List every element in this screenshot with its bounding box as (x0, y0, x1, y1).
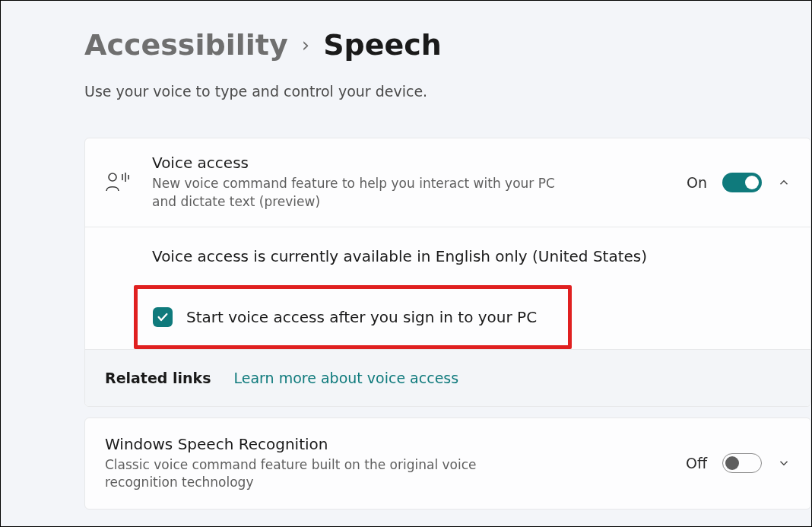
start-after-signin-label: Start voice access after you sign in to … (186, 308, 537, 326)
check-icon (157, 311, 169, 323)
speech-recognition-card[interactable]: Windows Speech Recognition Classic voice… (84, 417, 811, 510)
speech-recognition-desc: Classic voice command feature built on t… (105, 456, 531, 493)
speech-recognition-title: Windows Speech Recognition (105, 435, 686, 453)
voice-access-info-row: Voice access is currently available in E… (85, 227, 810, 286)
highlight-annotation: Start voice access after you sign in to … (134, 285, 572, 349)
chevron-down-icon[interactable] (777, 456, 791, 470)
voice-access-header[interactable]: Voice access New voice command feature t… (85, 138, 810, 227)
breadcrumb: Accessibility › Speech (84, 28, 811, 62)
voice-access-status: On (687, 174, 707, 191)
voice-access-icon (105, 171, 152, 194)
breadcrumb-current: Speech (323, 28, 442, 62)
learn-more-link[interactable]: Learn more about voice access (234, 370, 459, 386)
voice-access-desc: New voice command feature to help you in… (152, 175, 578, 211)
page-subtitle: Use your voice to type and control your … (84, 83, 811, 100)
voice-access-card: Voice access New voice command feature t… (84, 138, 811, 407)
voice-access-toggle[interactable] (722, 173, 762, 192)
chevron-up-icon[interactable] (777, 176, 791, 189)
speech-recognition-status: Off (686, 455, 707, 471)
voice-access-title: Voice access (152, 154, 687, 172)
svg-point-0 (109, 173, 116, 181)
speech-recognition-toggle[interactable] (722, 453, 762, 473)
related-links-row: Related links Learn more about voice acc… (85, 349, 810, 406)
related-links-label: Related links (105, 370, 211, 386)
voice-access-info: Voice access is currently available in E… (152, 247, 647, 265)
start-after-signin-checkbox[interactable] (153, 307, 173, 327)
start-after-signin-row[interactable]: Start voice access after you sign in to … (138, 289, 568, 345)
breadcrumb-parent[interactable]: Accessibility (84, 28, 288, 62)
breadcrumb-separator: › (302, 33, 309, 56)
